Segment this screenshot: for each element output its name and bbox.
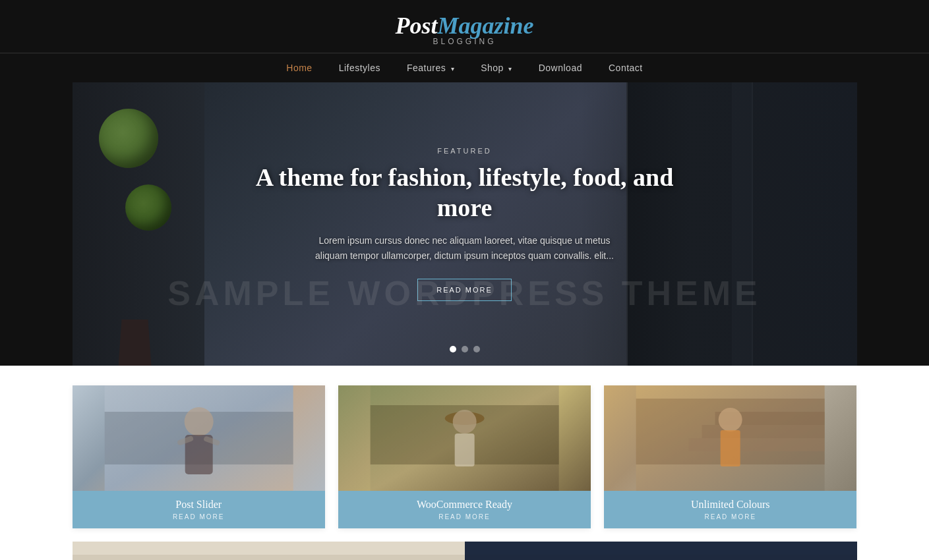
card-footer-1: Post Slider READ MORE xyxy=(73,491,325,528)
hero-title: A theme for fashion, lifestyle, food, an… xyxy=(234,163,696,223)
card-image-svg-3 xyxy=(604,385,856,491)
hero-section: FEATURED A theme for fashion, lifestyle,… xyxy=(0,82,929,366)
nav-link-home[interactable]: Home xyxy=(273,53,325,82)
nav-item-features[interactable]: Features ▾ xyxy=(394,53,467,82)
chevron-down-icon: ▾ xyxy=(451,65,455,72)
card-footer-3: Unlimited Colours READ MORE xyxy=(604,491,856,528)
nav-link-download[interactable]: Download xyxy=(525,53,595,82)
card-title-2: WooCommerce Ready xyxy=(349,499,580,511)
card-title-3: Unlimited Colours xyxy=(614,499,846,511)
card-image-1 xyxy=(73,385,325,491)
hero-overlay: FEATURED A theme for fashion, lifestyle,… xyxy=(73,82,857,366)
svg-rect-15 xyxy=(689,438,825,451)
card-image-svg-1 xyxy=(73,385,325,491)
preview-row xyxy=(73,542,857,560)
logo-subtitle: BLOGGING xyxy=(0,37,929,46)
nav-link-features[interactable]: Features ▾ xyxy=(394,53,467,82)
card-read-more-2[interactable]: READ MORE xyxy=(349,513,580,520)
preview-right-svg xyxy=(465,542,857,560)
svg-rect-21 xyxy=(465,555,857,560)
cards-wrapper: Post Slider READ MORE xyxy=(73,385,857,528)
slider-dot-3[interactable] xyxy=(473,346,480,352)
site-logo: PostMagazine BLOGGING xyxy=(0,12,929,46)
nav-item-lifestyles[interactable]: Lifestyles xyxy=(326,53,394,82)
chevron-down-icon: ▾ xyxy=(508,65,512,72)
card-image-svg-2 xyxy=(338,385,591,491)
nav-item-home[interactable]: Home xyxy=(273,53,325,82)
nav-link-shop[interactable]: Shop ▾ xyxy=(467,53,525,82)
card-footer-2: WooCommerce Ready READ MORE xyxy=(338,491,591,528)
slider-dot-1[interactable] xyxy=(450,346,456,352)
card-post-slider: Post Slider READ MORE xyxy=(73,385,325,528)
hero-container: FEATURED A theme for fashion, lifestyle,… xyxy=(73,82,857,366)
slider-dot-2[interactable] xyxy=(462,346,468,352)
svg-point-2 xyxy=(184,407,213,436)
hero-featured-label: FEATURED xyxy=(437,147,491,155)
svg-rect-19 xyxy=(73,555,465,560)
preview-item-left xyxy=(73,542,465,560)
card-read-more-3[interactable]: READ MORE xyxy=(614,513,846,520)
logo-post-text: Post xyxy=(395,13,437,39)
hero-description: Lorem ipsum cursus donec nec aliquam lao… xyxy=(307,233,623,263)
svg-point-16 xyxy=(719,408,742,432)
preview-item-right xyxy=(465,542,857,560)
preview-left-svg xyxy=(73,542,465,560)
nav-link-contact[interactable]: Contact xyxy=(595,53,656,82)
hero-read-more-button[interactable]: READ MORE xyxy=(417,279,512,301)
card-read-more-1[interactable]: READ MORE xyxy=(83,513,315,520)
svg-rect-17 xyxy=(721,430,740,466)
main-nav: Home Lifestyles Features ▾ Shop ▾ Downlo… xyxy=(0,53,929,82)
svg-rect-13 xyxy=(702,425,825,438)
nav-item-download[interactable]: Download xyxy=(525,53,595,82)
nav-link-lifestyles[interactable]: Lifestyles xyxy=(326,53,394,82)
cards-section: Post Slider READ MORE xyxy=(0,366,929,560)
nav-item-shop[interactable]: Shop ▾ xyxy=(467,53,525,82)
nav-list: Home Lifestyles Features ▾ Shop ▾ Downlo… xyxy=(0,53,929,82)
card-image-3 xyxy=(604,385,856,491)
svg-rect-10 xyxy=(454,434,474,466)
logo-magazine-text: Magazine xyxy=(437,13,533,39)
nav-item-contact[interactable]: Contact xyxy=(595,53,656,82)
card-image-2 xyxy=(338,385,591,491)
site-header: PostMagazine BLOGGING Home Lifestyles Fe… xyxy=(0,0,929,82)
card-unlimited-colours: Unlimited Colours READ MORE xyxy=(604,385,856,528)
card-title-1: Post Slider xyxy=(83,499,315,511)
hero-slider-dots xyxy=(73,346,857,352)
svg-point-9 xyxy=(452,410,476,434)
card-woocommerce: WooCommerce Ready READ MORE xyxy=(338,385,591,528)
